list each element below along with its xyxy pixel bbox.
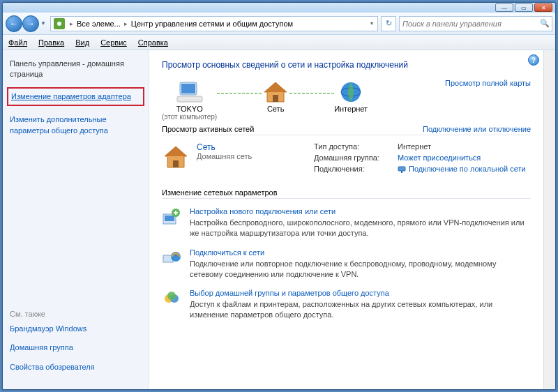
maximize-button[interactable]: ▭ [515, 3, 533, 12]
active-networks-header: Просмотр активных сетей Подключение или … [162, 125, 531, 135]
connect-disconnect-link[interactable]: Подключение или отключение [423, 125, 531, 133]
detail-label: Домашняя группа: [314, 153, 398, 162]
task-title-link[interactable]: Настройка нового подключения или сети [190, 207, 531, 216]
vertical-scrollbar[interactable] [543, 50, 555, 389]
titlebar: — ▭ ✕ [3, 3, 555, 13]
active-network-left: Сеть Домашняя сеть [162, 142, 301, 176]
menu-view[interactable]: Вид [75, 38, 89, 47]
menu-tools[interactable]: Сервис [100, 38, 127, 47]
close-button[interactable]: ✕ [534, 3, 552, 12]
svg-rect-14 [165, 216, 174, 221]
task-homegroup-sharing: Выбор домашней группы и параметров общег… [162, 289, 531, 320]
page-title: Просмотр основных сведений о сети и наст… [162, 60, 531, 70]
map-connection-line [217, 93, 262, 94]
network-settings-header: Изменение сетевых параметров [162, 188, 531, 199]
network-map: TOKYO (этот компьютер) Сеть [162, 80, 531, 121]
section-title: Просмотр активных сетей [162, 125, 254, 133]
task-connect-network: Подключиться к сети Подключение или повт… [162, 248, 531, 280]
new-connection-icon [162, 207, 181, 227]
sidebar-firewall-link[interactable]: Брандмауэр Windows [10, 324, 142, 334]
menu-help[interactable]: Справка [138, 38, 168, 47]
breadcrumb-segment[interactable]: Центр управления сетями и общим доступом [130, 20, 294, 28]
task-description: Доступ к файлам и принтерам, расположенн… [190, 299, 531, 320]
breadcrumb-arrow-icon: ▸ [68, 20, 75, 27]
computer-icon [176, 80, 204, 105]
sidebar-adapter-settings-link[interactable]: Изменение параметров адаптера [7, 87, 144, 106]
svg-rect-10 [173, 160, 179, 167]
active-network-details: Тип доступа: Интернет Домашняя группа: М… [314, 142, 531, 176]
nav-arrows: ← → ▼ [6, 15, 47, 32]
search-box[interactable]: 🔍 [399, 16, 552, 31]
task-description: Настройка беспроводного, широкополосного… [190, 218, 531, 239]
homegroup-icon [162, 289, 181, 308]
house-icon [262, 80, 289, 105]
refresh-button[interactable]: ↻ [381, 16, 396, 31]
address-dropdown-icon[interactable]: ▾ [366, 20, 377, 27]
view-full-map-link[interactable]: Просмотр полной карты [445, 79, 531, 87]
sidebar-home-link[interactable]: Панель управления - домашняя страница [10, 59, 142, 80]
map-node-network[interactable]: Сеть [262, 80, 289, 121]
map-node-sublabel: (этот компьютер) [162, 113, 217, 121]
svg-rect-5 [273, 95, 278, 102]
svg-rect-2 [177, 96, 202, 102]
minimize-button[interactable]: — [495, 3, 513, 12]
address-bar[interactable]: ▸ Все элеме... ▸ Центр управления сетями… [50, 16, 378, 31]
sidebar-homegroup-link[interactable]: Домашняя группа [10, 342, 142, 353]
map-node-internet[interactable]: Интернет [334, 80, 368, 121]
svg-rect-11 [398, 167, 405, 171]
detail-label: Подключения: [314, 165, 398, 173]
menu-file[interactable]: Файл [8, 38, 27, 47]
task-description: Подключение или повторное подключение к … [190, 259, 531, 280]
svg-rect-1 [181, 84, 195, 93]
task-title-link[interactable]: Выбор домашней группы и параметров общег… [190, 289, 531, 297]
svg-point-20 [167, 292, 176, 300]
active-network-block: Сеть Домашняя сеть Тип доступа: Интернет… [162, 142, 531, 176]
sidebar-sharing-settings-link[interactable]: Изменить дополнительные параметры общего… [10, 114, 142, 136]
window: — ▭ ✕ ← → ▼ ▸ Все элеме... ▸ Центр управ… [2, 2, 556, 390]
breadcrumb-segment[interactable]: Все элеме... [75, 20, 122, 28]
house-icon [162, 142, 190, 170]
map-connection-line [289, 93, 334, 94]
map-node-label: TOKYO [176, 105, 202, 113]
task-title-link[interactable]: Подключиться к сети [190, 248, 531, 257]
map-node-label: Интернет [334, 105, 368, 113]
connect-network-icon [162, 248, 181, 268]
svg-marker-4 [264, 82, 287, 92]
search-input[interactable] [400, 20, 538, 28]
forward-button[interactable]: → [22, 15, 39, 32]
sidebar-spacer [10, 144, 142, 310]
detail-label: Тип доступа: [314, 142, 398, 151]
search-icon: 🔍 [538, 19, 552, 28]
homegroup-join-link[interactable]: Может присоединиться [398, 153, 481, 162]
sidebar-internet-options-link[interactable]: Свойства обозревателя [10, 362, 142, 372]
menubar: Файл Правка Вид Сервис Справка [3, 35, 555, 50]
map-node-label: Сеть [267, 105, 284, 113]
sidebar: Панель управления - домашняя страница Из… [3, 50, 149, 389]
navbar: ← → ▼ ▸ Все элеме... ▸ Центр управления … [3, 13, 555, 35]
active-network-type: Домашняя сеть [197, 152, 252, 160]
globe-icon [337, 80, 365, 105]
nav-history-dropdown[interactable]: ▼ [39, 15, 47, 32]
help-icon[interactable]: ? [528, 54, 539, 66]
active-network-name[interactable]: Сеть [197, 142, 252, 152]
breadcrumb-arrow-icon: ▸ [122, 20, 130, 27]
network-center-icon [54, 18, 65, 29]
detail-value: Интернет [398, 142, 431, 151]
connection-link[interactable]: Подключение по локальной сети [398, 165, 526, 173]
menu-edit[interactable]: Правка [38, 38, 64, 47]
task-new-connection: Настройка нового подключения или сети На… [162, 207, 531, 239]
svg-rect-12 [401, 171, 402, 173]
sidebar-see-also-label: См. также [10, 310, 142, 318]
main-panel: ? Просмотр основных сведений о сети и на… [149, 50, 543, 389]
map-node-this-pc[interactable]: TOKYO (этот компьютер) [162, 80, 217, 121]
lan-icon [398, 165, 406, 173]
map-node-sublabel [350, 113, 352, 121]
svg-marker-9 [165, 146, 187, 156]
map-node-sublabel [275, 113, 277, 121]
content: Панель управления - домашняя страница Из… [3, 50, 555, 389]
back-button[interactable]: ← [6, 15, 22, 32]
